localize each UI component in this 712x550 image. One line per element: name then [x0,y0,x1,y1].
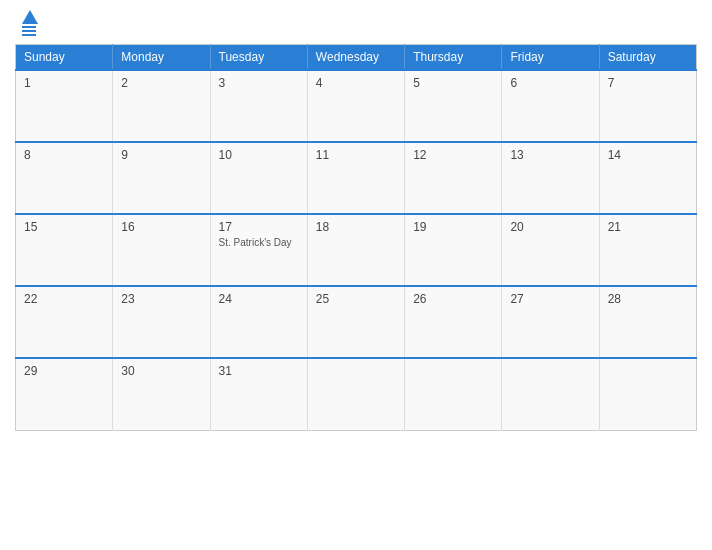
calendar-day-cell: 10 [210,142,307,214]
day-number: 25 [316,292,396,306]
day-number: 18 [316,220,396,234]
day-number: 2 [121,76,201,90]
day-number: 1 [24,76,104,90]
calendar-week-row: 151617St. Patrick's Day18192021 [16,214,697,286]
calendar-day-cell: 3 [210,70,307,142]
calendar-day-cell [599,358,696,430]
calendar-day-cell: 15 [16,214,113,286]
calendar-day-cell: 30 [113,358,210,430]
calendar-header [15,10,697,36]
calendar-day-cell: 22 [16,286,113,358]
logo-lines-icon [22,26,36,36]
calendar-day-cell: 29 [16,358,113,430]
day-number: 9 [121,148,201,162]
weekday-header-tuesday: Tuesday [210,45,307,71]
weekday-header-row: SundayMondayTuesdayWednesdayThursdayFrid… [16,45,697,71]
day-number: 19 [413,220,493,234]
day-number: 27 [510,292,590,306]
calendar-day-cell: 24 [210,286,307,358]
day-number: 11 [316,148,396,162]
day-number: 5 [413,76,493,90]
calendar-day-cell: 11 [307,142,404,214]
day-number: 13 [510,148,590,162]
calendar-day-cell: 12 [405,142,502,214]
calendar-week-row: 891011121314 [16,142,697,214]
calendar-day-cell: 2 [113,70,210,142]
day-number: 12 [413,148,493,162]
calendar-day-cell: 20 [502,214,599,286]
day-number: 16 [121,220,201,234]
day-number: 29 [24,364,104,378]
day-number: 6 [510,76,590,90]
calendar-week-row: 293031 [16,358,697,430]
calendar-day-cell: 21 [599,214,696,286]
day-number: 17 [219,220,299,234]
calendar-week-row: 22232425262728 [16,286,697,358]
calendar-day-cell: 19 [405,214,502,286]
calendar-day-cell: 25 [307,286,404,358]
day-number: 8 [24,148,104,162]
weekday-header-friday: Friday [502,45,599,71]
calendar-day-cell: 6 [502,70,599,142]
calendar-day-cell: 18 [307,214,404,286]
day-number: 23 [121,292,201,306]
calendar-day-cell: 9 [113,142,210,214]
day-number: 15 [24,220,104,234]
calendar-day-cell: 28 [599,286,696,358]
calendar-week-row: 1234567 [16,70,697,142]
calendar-table: SundayMondayTuesdayWednesdayThursdayFrid… [15,44,697,431]
day-number: 21 [608,220,688,234]
calendar-day-cell: 5 [405,70,502,142]
calendar-day-cell: 7 [599,70,696,142]
weekday-header-monday: Monday [113,45,210,71]
calendar-day-cell: 17St. Patrick's Day [210,214,307,286]
calendar-day-cell: 8 [16,142,113,214]
calendar-day-cell: 23 [113,286,210,358]
calendar-day-cell: 31 [210,358,307,430]
calendar-day-cell: 14 [599,142,696,214]
day-number: 3 [219,76,299,90]
calendar-day-cell [307,358,404,430]
calendar-day-cell: 1 [16,70,113,142]
weekday-header-saturday: Saturday [599,45,696,71]
day-number: 31 [219,364,299,378]
calendar-container: SundayMondayTuesdayWednesdayThursdayFrid… [0,0,712,550]
logo [20,10,38,36]
day-number: 24 [219,292,299,306]
calendar-day-cell [502,358,599,430]
day-number: 28 [608,292,688,306]
logo-triangle-icon [22,10,38,24]
calendar-day-cell: 16 [113,214,210,286]
holiday-label: St. Patrick's Day [219,237,299,248]
day-number: 14 [608,148,688,162]
day-number: 7 [608,76,688,90]
day-number: 22 [24,292,104,306]
weekday-header-wednesday: Wednesday [307,45,404,71]
calendar-day-cell: 13 [502,142,599,214]
day-number: 30 [121,364,201,378]
day-number: 10 [219,148,299,162]
day-number: 26 [413,292,493,306]
calendar-day-cell: 26 [405,286,502,358]
calendar-day-cell: 27 [502,286,599,358]
weekday-header-sunday: Sunday [16,45,113,71]
calendar-day-cell [405,358,502,430]
day-number: 20 [510,220,590,234]
weekday-header-thursday: Thursday [405,45,502,71]
day-number: 4 [316,76,396,90]
calendar-day-cell: 4 [307,70,404,142]
